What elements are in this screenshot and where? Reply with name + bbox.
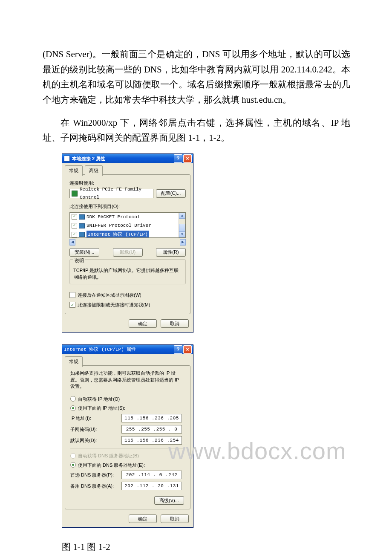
adapter-name: Realtek PCIe FE Family Control <box>80 185 151 201</box>
dialog1-title: 本地连接 2 属性 <box>72 155 173 163</box>
protocol-icon <box>79 214 85 220</box>
window-icon <box>64 156 70 162</box>
list-item[interactable]: ✓ SNIFFER Protocol Driver <box>70 221 185 230</box>
divider <box>70 448 185 448</box>
scroll-left-icon[interactable]: ◀ <box>69 239 75 246</box>
radio-label: 自动获得 DNS 服务器地址(B) <box>78 452 139 460</box>
paragraph-1: (DNS Server)。一般前面三个是确定的，DNS 可以用多个地址，默认的可… <box>43 47 350 108</box>
tab-advanced[interactable]: 高级 <box>85 165 103 176</box>
preferred-dns-input[interactable]: 202 .114 . 0 .242 <box>121 471 182 479</box>
nic-icon <box>72 191 78 197</box>
description-text: TCP/IP 是默认的广域网协议。它提供跨越多种互联网络的通讯。 <box>73 267 182 280</box>
ok-button[interactable]: 确定 <box>129 319 157 328</box>
close-button[interactable]: × <box>183 154 192 163</box>
uninstall-button: 卸载(U) <box>113 248 143 257</box>
ip-address-label: IP 地址(I): <box>70 414 121 422</box>
subnet-mask-label: 子网掩码(U): <box>70 425 121 434</box>
radio-use-dns[interactable] <box>70 462 76 468</box>
default-gateway-input[interactable]: 115 .156 .236 .254 <box>121 436 182 445</box>
radio-use-ip[interactable] <box>70 405 76 411</box>
watermark: www.bdocx.com <box>168 431 346 471</box>
checkbox-icon[interactable]: ✓ <box>72 214 77 220</box>
alternate-dns-label: 备用 DNS 服务器(A): <box>70 482 121 490</box>
close-button[interactable]: × <box>183 345 192 354</box>
ok-button[interactable]: 确定 <box>129 515 157 523</box>
scroll-down-icon[interactable]: ▼ <box>179 231 185 237</box>
radio-label: 使用下面的 IP 地址(S): <box>78 404 125 412</box>
list-item[interactable]: ✓ DDK PACKET Protocol <box>70 213 185 222</box>
configure-button[interactable]: 配置(C)... <box>156 189 186 198</box>
items-label: 此连接使用下列项目(O): <box>69 202 186 211</box>
tcpip-properties-dialog: Internet 协议 (TCP/IP) 属性 ? × 常规 如果网络支持此功能… <box>62 344 193 528</box>
figure-caption: 图 1-1 图 1-2 <box>62 540 350 555</box>
intro-text: 如果网络支持此功能，则可以获取自动指派的 IP 设置。否则，您需要从网络系统管理… <box>70 370 185 390</box>
tab-general[interactable]: 常规 <box>65 356 83 367</box>
paragraph-2: 在 Win2000/xp 下，网络邻居点击右键，选择属性，主机的域名、IP 地址… <box>43 116 350 146</box>
preferred-dns-label: 首选 DNS 服务器(P): <box>70 471 121 479</box>
help-button[interactable]: ? <box>174 154 182 163</box>
ip-address-input[interactable]: 115 .156 .236 .205 <box>121 414 182 422</box>
radio-label: 使用下面的 DNS 服务器地址(E): <box>78 461 145 469</box>
description-group: 说明 TCP/IP 是默认的广域网协议。它提供跨越多种互联网络的通讯。 <box>69 259 186 284</box>
list-item[interactable]: ✓ Internet 协议 (TCP/IP) <box>70 230 185 238</box>
checkbox-label: 此连接被限制或无连接时通知我(M) <box>78 301 150 309</box>
description-title: 说明 <box>73 257 85 265</box>
checkbox-notify[interactable]: ✓ <box>69 302 75 308</box>
protocol-icon <box>79 223 85 228</box>
help-button[interactable]: ? <box>174 345 182 354</box>
install-button[interactable]: 安装(N)... <box>69 248 99 257</box>
radio-auto-ip[interactable] <box>70 396 76 402</box>
alternate-dns-input[interactable]: 202 .112 . 20 .131 <box>121 482 182 490</box>
checkbox-label: 连接后在通知区域显示图标(W) <box>78 291 141 299</box>
checkbox-show-icon[interactable] <box>69 292 75 298</box>
cancel-button[interactable]: 取消 <box>161 319 189 328</box>
list-item-label: SNIFFER Protocol Driver <box>86 222 151 230</box>
radio-auto-dns <box>70 453 76 459</box>
list-item-label-selected: Internet 协议 (TCP/IP) <box>86 231 149 238</box>
checkbox-icon[interactable]: ✓ <box>72 232 77 237</box>
scroll-up-icon[interactable]: ▲ <box>179 213 185 219</box>
checkbox-icon[interactable]: ✓ <box>72 223 77 228</box>
scroll-right-icon[interactable]: ▶ <box>180 239 186 246</box>
protocol-listbox[interactable]: ✓ DDK PACKET Protocol ✓ SNIFFER Protocol… <box>69 212 186 238</box>
horizontal-scrollbar[interactable]: ◀ ▶ <box>69 239 186 246</box>
tab-general[interactable]: 常规 <box>65 165 83 176</box>
subnet-mask-input[interactable]: 255 .255 .255 . 0 <box>121 425 182 434</box>
default-gateway-label: 默认网关(D): <box>70 436 121 445</box>
list-item-label: DDK PACKET Protocol <box>86 213 140 221</box>
radio-label: 自动获得 IP 地址(O) <box>78 395 120 403</box>
protocol-icon <box>79 232 85 237</box>
vertical-scrollbar[interactable]: ▲ ▼ <box>179 213 185 237</box>
local-connection-properties-dialog: 本地连接 2 属性 ? × 常规 高级 连接时使用: Realtek PCIe … <box>62 153 193 332</box>
properties-button[interactable]: 属性(R) <box>156 248 186 257</box>
dialog2-title: Internet 协议 (TCP/IP) 属性 <box>64 346 173 354</box>
advanced-button[interactable]: 高级(V)... <box>154 496 184 505</box>
cancel-button[interactable]: 取消 <box>161 515 189 523</box>
